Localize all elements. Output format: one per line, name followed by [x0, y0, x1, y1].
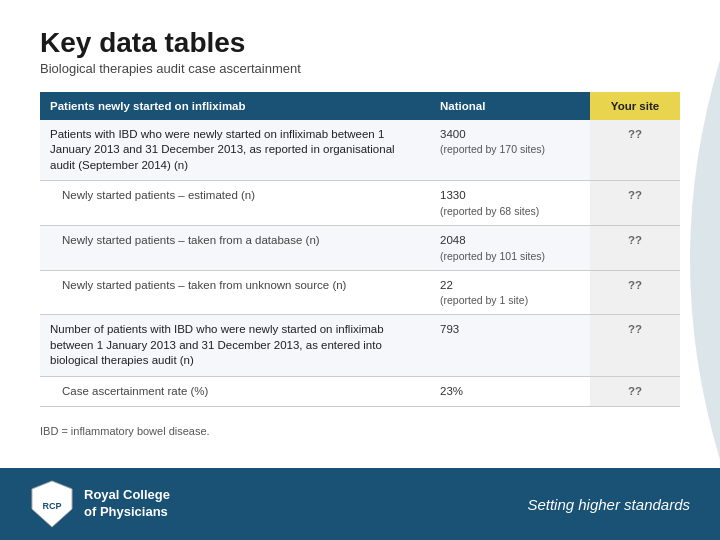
- row-national: 793: [430, 315, 590, 377]
- row-your-site: ??: [590, 315, 680, 377]
- table-row: Newly started patients – estimated (n)13…: [40, 181, 680, 226]
- row-label: Newly started patients – taken from unkn…: [40, 270, 430, 315]
- row-your-site: ??: [590, 270, 680, 315]
- row-national: 2048(reported by 101 sites): [430, 226, 590, 271]
- row-label: Newly started patients – taken from a da…: [40, 226, 430, 271]
- tagline: Setting higher standards: [527, 496, 690, 513]
- row-national: 23%: [430, 376, 590, 407]
- bottom-bar: RCP Royal College of Physicians Setting …: [0, 468, 720, 540]
- logo-text: Royal College of Physicians: [84, 487, 170, 521]
- table-row: Number of patients with IBD who were new…: [40, 315, 680, 377]
- table-row: Patients with IBD who were newly started…: [40, 120, 680, 181]
- row-national: 22(reported by 1 site): [430, 270, 590, 315]
- rcp-logo-icon: RCP: [30, 479, 74, 529]
- row-your-site: ??: [590, 376, 680, 407]
- row-label: Number of patients with IBD who were new…: [40, 315, 430, 377]
- row-national: 1330(reported by 68 sites): [430, 181, 590, 226]
- row-label: Patients with IBD who were newly started…: [40, 120, 430, 181]
- footer-note: IBD = inflammatory bowel disease.: [40, 425, 680, 437]
- main-content: Key data tables Biological therapies aud…: [0, 0, 720, 457]
- row-label: Newly started patients – estimated (n): [40, 181, 430, 226]
- row-your-site: ??: [590, 226, 680, 271]
- page-subtitle: Biological therapies audit case ascertai…: [40, 61, 680, 76]
- data-table: Patients newly started on infliximab Nat…: [40, 92, 680, 408]
- row-label: Case ascertainment rate (%): [40, 376, 430, 407]
- row-national: 3400(reported by 170 sites): [430, 120, 590, 181]
- table-row: Newly started patients – taken from a da…: [40, 226, 680, 271]
- svg-text:RCP: RCP: [42, 501, 61, 511]
- row-your-site: ??: [590, 181, 680, 226]
- table-row: Case ascertainment rate (%)23%??: [40, 376, 680, 407]
- page-title: Key data tables: [40, 28, 680, 59]
- row-your-site: ??: [590, 120, 680, 181]
- col-header-national: National: [430, 92, 590, 120]
- table-row: Newly started patients – taken from unkn…: [40, 270, 680, 315]
- col-header-your-site: Your site: [590, 92, 680, 120]
- logo-area: RCP Royal College of Physicians: [30, 479, 170, 529]
- col-header-description: Patients newly started on infliximab: [40, 92, 430, 120]
